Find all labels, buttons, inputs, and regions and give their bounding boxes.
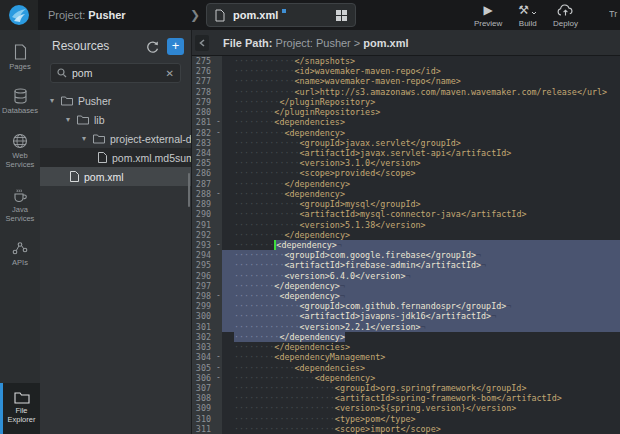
resources-scrollbar-thumb[interactable]	[188, 173, 190, 207]
code-line-303[interactable]: 303········</dependencies>	[192, 342, 620, 352]
tree-item-pom-xml-md5sum[interactable]: pom.xml.md5sum	[40, 148, 191, 167]
code-line-290[interactable]: 290·············<artifactId>mysql-connec…	[192, 209, 620, 219]
clear-search-icon[interactable]: ✕	[166, 68, 174, 79]
code-line-294[interactable]: 294··········<groupId>com.google.firebas…	[192, 250, 620, 260]
code-line-306[interactable]: 306-················<dependency>	[192, 373, 620, 383]
folder-icon	[14, 391, 30, 404]
caret-down-icon[interactable]: ▾	[66, 115, 77, 124]
api-nodes-icon	[12, 241, 28, 256]
left-nav-bar: Pages Databases Web Services Java Serv	[0, 30, 40, 434]
file-tree: ▾ Pusher ▾ lib ▾ project-external-depen	[40, 91, 191, 434]
open-file-tab[interactable]: pom.xml	[206, 3, 356, 27]
chevron-down-icon	[531, 11, 537, 15]
tree-item-pusher[interactable]: ▾ Pusher	[40, 91, 191, 110]
coffee-cup-icon	[12, 187, 28, 203]
preview-button[interactable]: ▶ Preview	[474, 3, 502, 28]
code-line-277[interactable]: 277············<name>wavemaker-maven-rep…	[192, 76, 620, 86]
project-breadcrumb: Project: Pusher	[38, 9, 190, 21]
refresh-icon	[146, 40, 159, 53]
project-label: Project:	[48, 9, 85, 21]
play-icon: ▶	[483, 3, 492, 18]
code-line-292[interactable]: 292··········</dependency>	[192, 230, 620, 240]
resource-search-box: ✕	[50, 63, 181, 83]
code-line-275[interactable]: 275············</snapshots>	[192, 56, 620, 66]
editor-header: File Path: Project: Pusher > pom.xml	[192, 30, 620, 56]
unsaved-dot	[282, 9, 286, 13]
code-line-287[interactable]: 287··········</dependency>	[192, 179, 620, 189]
code-line-280[interactable]: 280········</pluginRepositories>	[192, 107, 620, 117]
code-line-281[interactable]: 281-········<dependencies>	[192, 117, 620, 127]
sidebar-item-pages[interactable]: Pages	[0, 38, 40, 78]
file-path-label: File Path:	[223, 37, 273, 49]
cloud-upload-icon	[557, 4, 574, 17]
code-line-297[interactable]: 297········</dependency>¬	[192, 281, 620, 291]
caret-down-icon[interactable]: ▾	[82, 134, 93, 143]
sidebar-item-web-services[interactable]: Web Services	[0, 127, 40, 175]
code-line-311[interactable]: 311····················<scope>import</sc…	[192, 424, 620, 434]
code-line-310[interactable]: 310····················<type>pom</type>	[192, 414, 620, 424]
chevron-right-icon: ❯	[190, 8, 200, 22]
database-icon	[13, 88, 28, 104]
code-line-283[interactable]: 283·············<groupId>javax.servlet</…	[192, 138, 620, 148]
layout-grid-icon[interactable]	[336, 10, 347, 21]
code-line-282[interactable]: 282-··········<dependency>	[192, 128, 620, 138]
code-line-286[interactable]: 286·············<scope>provided</scope>	[192, 168, 620, 178]
resources-panel: Resources + ✕ ▾ Pusher	[40, 30, 192, 434]
code-line-296[interactable]: 296··········<version>6.4.0</version>¬	[192, 271, 620, 281]
code-line-305[interactable]: 305-············<dependencies>	[192, 363, 620, 373]
sidebar-item-file-explorer[interactable]: File Explorer	[0, 383, 40, 434]
search-input[interactable]	[72, 67, 166, 79]
tree-item-lib[interactable]: ▾ lib	[40, 110, 191, 129]
app-logo[interactable]	[0, 0, 38, 30]
refresh-button[interactable]	[146, 40, 159, 53]
code-line-288[interactable]: 288-··········<dependency>	[192, 189, 620, 199]
code-line-295[interactable]: 295··········<artifactId>firebase-admin<…	[192, 260, 620, 270]
truncated-right-label[interactable]: Tr	[609, 9, 620, 19]
code-line-308[interactable]: 308····················<artifactId>sprin…	[192, 393, 620, 403]
project-name: Pusher	[88, 9, 125, 21]
deploy-button[interactable]: Deploy	[553, 3, 578, 28]
code-line-276[interactable]: 276············<id>wavemaker-maven-repo<…	[192, 66, 620, 76]
file-path-file: pom.xml	[363, 37, 408, 49]
code-line-304[interactable]: 304-········<dependencyManagement>	[192, 352, 620, 362]
folder-icon	[77, 115, 89, 125]
caret-down-icon[interactable]: ▾	[50, 96, 61, 105]
code-line-299[interactable]: 299·············<groupId>com.github.fern…	[192, 301, 620, 311]
code-line-289[interactable]: 289·············<groupId>mysql</groupId>	[192, 199, 620, 209]
wavemaker-logo-icon	[8, 4, 30, 26]
sidebar-item-java-services[interactable]: Java Services	[0, 181, 40, 229]
file-path-middle: Project: Pusher >	[276, 37, 361, 49]
file-path-breadcrumb: File Path: Project: Pusher > pom.xml	[223, 37, 409, 49]
code-line-278[interactable]: 278············<url>http://s3.amazonaws.…	[192, 87, 620, 97]
page-icon	[13, 44, 28, 60]
globe-icon	[12, 133, 28, 149]
add-resource-button[interactable]: +	[167, 38, 184, 55]
code-line-291[interactable]: 291·············<version>5.1.38</version…	[192, 220, 620, 230]
tree-item-project-external-dependencies[interactable]: ▾ project-external-depen	[40, 129, 191, 148]
search-icon	[57, 68, 67, 78]
sidebar-item-apis[interactable]: APIs	[0, 235, 40, 274]
code-line-301[interactable]: 301·············<version>2.2.1</version>…	[192, 322, 620, 332]
code-line-285[interactable]: 285·············<version>3.1.0</version>	[192, 158, 620, 168]
sidebar-item-databases[interactable]: Databases	[0, 82, 40, 122]
chevron-left-icon	[199, 39, 205, 47]
code-line-298[interactable]: 298-·········<dependency>¬	[192, 291, 620, 301]
code-line-279[interactable]: 279·········</pluginRepository>	[192, 97, 620, 107]
code-line-302[interactable]: 302·········</dependency>	[192, 332, 620, 342]
tools-icon: ⚒	[518, 3, 529, 17]
code-line-300[interactable]: 300·············<artifactId>javapns-jdk1…	[192, 311, 620, 321]
folder-icon	[61, 96, 73, 106]
code-line-309[interactable]: 309····················<version>${spring…	[192, 403, 620, 413]
folder-icon	[93, 134, 105, 144]
code-line-307[interactable]: 307····················<groupId>org.spri…	[192, 383, 620, 393]
code-area[interactable]: 275············</snapshots>276··········…	[192, 56, 620, 434]
tree-item-pom-xml[interactable]: pom.xml	[40, 167, 191, 186]
build-button[interactable]: ⚒ Build	[518, 3, 537, 28]
code-editor: File Path: Project: Pusher > pom.xml 275…	[192, 30, 620, 434]
code-line-284[interactable]: 284·············<artifactId>javax.servle…	[192, 148, 620, 158]
code-line-293[interactable]: 293-········<dependency>¬	[192, 240, 620, 250]
top-bar: Project: Pusher ❯ pom.xml ▶ Preview ⚒ Bu…	[0, 0, 620, 30]
file-icon	[98, 152, 107, 163]
file-icon	[215, 9, 225, 22]
collapse-panel-button[interactable]	[195, 35, 209, 51]
